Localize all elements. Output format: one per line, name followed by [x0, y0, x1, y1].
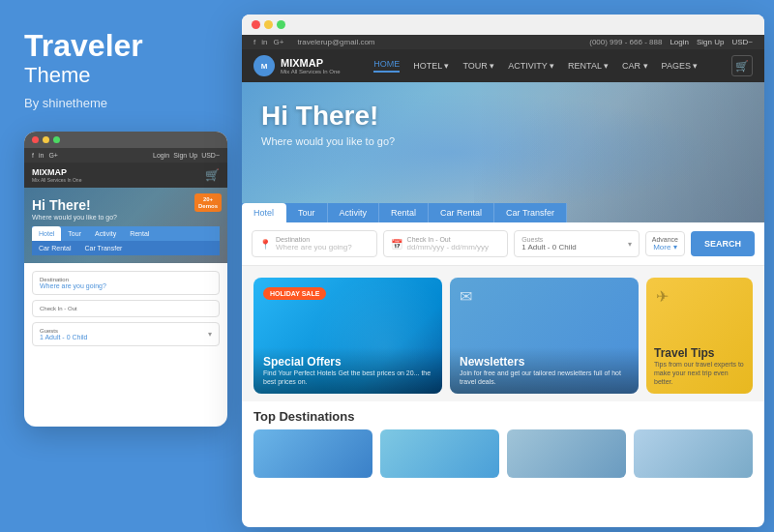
nav-tour[interactable]: TOUR ▾: [462, 61, 494, 71]
mobile-social-links: f in G+: [32, 152, 58, 159]
nav-activity[interactable]: ACTIVITY ▾: [508, 61, 554, 71]
travel-tips-icon: ✈: [656, 287, 669, 306]
mobile-tab-activity[interactable]: Activity: [88, 226, 123, 241]
mobile-form: Destination Where are you going? Check I…: [24, 263, 227, 359]
newsletters-content: Newsletters Join for free and get our ta…: [450, 347, 639, 394]
dest-card-2[interactable]: [380, 429, 499, 478]
destinations-row: [253, 429, 753, 478]
mobile-window-dots: [24, 132, 227, 148]
travel-tips-content: Travel Tips Tips from our travel experts…: [646, 339, 753, 394]
linkedin-icon[interactable]: in: [39, 152, 44, 159]
travel-tips-card[interactable]: ✈ Travel Tips Tips from our travel exper…: [646, 278, 753, 394]
demos-badge: 20+Demos: [194, 193, 222, 212]
signup-link[interactable]: Sign Up: [173, 152, 197, 159]
mobile-tab-car-transfer[interactable]: Car Transfer: [77, 241, 129, 255]
special-offers-content: Special Offers Find Your Perfect Hotels …: [253, 347, 442, 394]
search-button[interactable]: SEARCH: [691, 231, 755, 256]
special-offers-title: Special Offers: [263, 355, 432, 369]
mobile-checkin-field[interactable]: Check In - Out: [32, 300, 220, 317]
destination-field[interactable]: 📍 Destination Where are you going?: [252, 230, 377, 257]
newsletters-card[interactable]: ✉ Newsletters Join for free and get our …: [450, 278, 639, 394]
brand-subtitle: Theme: [24, 63, 213, 88]
dest-card-4[interactable]: [634, 429, 753, 478]
nav-icons: 🛒: [731, 55, 753, 76]
special-offers-card[interactable]: HOLIDAY SALE Special Offers Find Your Pe…: [253, 278, 442, 394]
stab-rental[interactable]: Rental: [379, 203, 429, 222]
mobile-guests-field[interactable]: Guests 1 Adult - 0 Child ▾: [32, 322, 220, 346]
window-dots: [242, 15, 764, 35]
checkin-inner: Check In - Out dd/mm/yyy - dd/mm/yyy: [407, 236, 501, 251]
nav-car[interactable]: CAR ▾: [622, 61, 648, 71]
nav-hotel[interactable]: HOTEL ▾: [413, 61, 449, 71]
guests-field[interactable]: Guests 1 Adult - 0 Child ▾: [514, 230, 640, 257]
stab-tour[interactable]: Tour: [286, 203, 328, 222]
fb-icon[interactable]: f: [253, 38, 255, 46]
hero-subtitle: Where would you like to go?: [261, 135, 395, 147]
nav-pages[interactable]: PAGES ▾: [662, 61, 699, 71]
dot-red: [32, 136, 39, 143]
hero-content: Hi There! Where would you like to go?: [261, 102, 395, 147]
promo-cards: HOLIDAY SALE Special Offers Find Your Pe…: [242, 266, 764, 401]
wd-red: [252, 20, 260, 29]
linkedin-icon[interactable]: in: [261, 38, 267, 46]
main-panel: f in G+ travelerup@gmail.com (000) 999 -…: [242, 15, 764, 527]
mobile-hero-sub: Where would you like to go?: [32, 214, 220, 221]
currency-btn[interactable]: USD~: [731, 38, 753, 46]
destination-label: Destination: [276, 236, 370, 243]
stab-hotel[interactable]: Hotel: [242, 203, 286, 222]
mobile-cart-icon[interactable]: 🛒: [205, 168, 220, 182]
login-btn[interactable]: Login: [670, 38, 689, 46]
nav-links: HOME HOTEL ▾ TOUR ▾ ACTIVITY ▾ RENTAL ▾ …: [373, 59, 698, 73]
advance-field[interactable]: Advance More ▾: [645, 231, 685, 256]
holiday-badge: HOLIDAY SALE: [263, 287, 326, 300]
brand-by: By shinetheme: [24, 96, 213, 110]
mobile-nav: f in G+ Login Sign Up USD~: [24, 148, 227, 163]
mobile-tab-hotel[interactable]: Hotel: [32, 226, 61, 241]
guests-inner: Guests 1 Adult - 0 Child: [521, 236, 576, 251]
fb-icon[interactable]: f: [32, 152, 34, 159]
mobile-logo-bar: MIXMAP Mix All Services In One 🛒: [24, 163, 227, 188]
guests-value: 1 Adult - 0 Child: [521, 243, 576, 251]
email-text: travelerup@gmail.com: [297, 38, 374, 46]
login-link[interactable]: Login: [153, 152, 169, 159]
dest-card-1[interactable]: [253, 429, 372, 478]
checkin-label: Check In - Out: [407, 236, 501, 243]
mobile-hero-title: Hi There!: [32, 197, 220, 214]
advance-label: Advance: [652, 236, 678, 243]
checkin-icon: 📅: [391, 239, 402, 250]
gplus-icon[interactable]: G+: [48, 152, 58, 159]
mobile-tab-rental[interactable]: Rental: [123, 226, 156, 241]
top-destinations-title: Top Destinations: [253, 409, 753, 424]
logo-sub: Mix All Services In One: [281, 69, 341, 74]
stab-activity[interactable]: Activity: [328, 203, 380, 222]
wd-yellow: [264, 20, 273, 29]
dest-card-3[interactable]: [507, 429, 626, 478]
topbar-right: (000) 999 - 666 - 888 Login Sign Up USD~: [589, 38, 753, 46]
mobile-tab-car-rental[interactable]: Car Rental: [32, 241, 77, 255]
cart-icon[interactable]: 🛒: [731, 55, 753, 76]
hero-title: Hi There!: [261, 102, 395, 132]
topbar-left: f in G+ travelerup@gmail.com: [253, 38, 375, 46]
mobile-tab-tour[interactable]: Tour: [61, 226, 88, 241]
nav-home[interactable]: HOME: [373, 59, 400, 73]
desktop-topbar: f in G+ travelerup@gmail.com (000) 999 -…: [242, 35, 764, 49]
signup-btn[interactable]: Sign Up: [697, 38, 724, 46]
logo-text-area: MIXMAP Mix All Services In One: [281, 57, 341, 74]
wd-green: [277, 20, 285, 29]
stab-car-rental[interactable]: Car Rental: [429, 203, 494, 222]
dot-green: [53, 136, 60, 143]
mobile-destination-field[interactable]: Destination Where are you going?: [32, 271, 220, 295]
stab-car-transfer[interactable]: Car Transfer: [494, 203, 567, 222]
currency-select[interactable]: USD~: [201, 152, 220, 159]
nav-rental[interactable]: RENTAL ▾: [568, 61, 609, 71]
newsletters-desc: Join for free and get our tailored newsl…: [460, 369, 629, 386]
gplus-icon[interactable]: G+: [273, 38, 283, 46]
mobile-hero: 20+Demos Hi There! Where would you like …: [24, 188, 227, 263]
mobile-nav-right: Login Sign Up USD~: [153, 152, 220, 159]
checkin-field[interactable]: 📅 Check In - Out dd/mm/yyy - dd/mm/yyy: [383, 230, 509, 257]
checkin-placeholder: dd/mm/yyy - dd/mm/yyy: [407, 243, 501, 251]
travel-tips-title: Travel Tips: [654, 346, 745, 360]
guests-label: Guests: [521, 236, 576, 243]
destination-icon: 📍: [259, 239, 271, 250]
social-links: f in G+: [253, 38, 283, 46]
